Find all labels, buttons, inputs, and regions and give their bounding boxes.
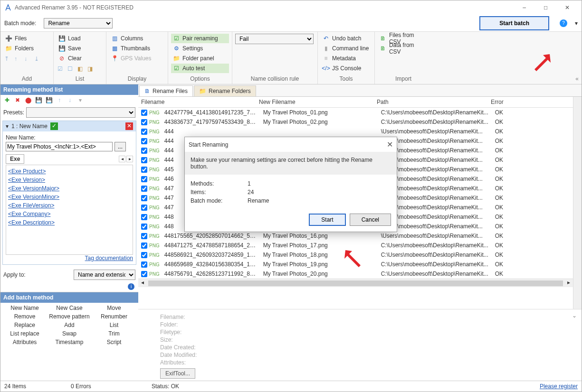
import-data-csv-button[interactable]: 🗎Data from CSV	[378, 44, 429, 53]
row-checkbox[interactable]	[141, 224, 147, 230]
table-row[interactable]: PNG442477794_414138014917235_7049308...M…	[138, 108, 573, 117]
col-error[interactable]: Error	[488, 97, 535, 107]
tab-prev-icon[interactable]: ◂	[119, 156, 125, 162]
check-all-icon[interactable]: ☑	[57, 65, 65, 73]
tab-rename-folders[interactable]: 📁Rename Folders	[194, 85, 256, 96]
addbatch-method[interactable]: Attributes	[3, 339, 46, 345]
row-checkbox[interactable]	[141, 195, 147, 201]
newname-input[interactable]	[6, 142, 113, 151]
row-checkbox[interactable]	[141, 214, 147, 220]
row-checkbox[interactable]	[141, 138, 147, 144]
tab-rename-files[interactable]: 🗎Rename Files	[139, 85, 193, 96]
addbatch-method[interactable]: Trim	[93, 330, 135, 337]
method-remove-icon[interactable]: ✖	[14, 97, 21, 104]
table-row[interactable]: PNG448175565_420528507014662_5509105...M…	[138, 231, 573, 241]
addbatch-method[interactable]: Swap	[48, 330, 91, 337]
tools-cmd-button[interactable]: ▮Command line	[321, 44, 372, 53]
tag-link[interactable]: <Exe Version>	[8, 176, 131, 184]
dialog-cancel-button[interactable]: Cancel	[350, 214, 391, 226]
method-load-icon[interactable]: 💾	[35, 97, 42, 104]
tools-undo-button[interactable]: ↶Undo batch	[321, 34, 372, 43]
tag-tab-exe[interactable]: Exe	[6, 154, 24, 164]
help-icon[interactable]: ?	[560, 19, 567, 27]
applyto-select[interactable]: Name and extension	[74, 270, 135, 280]
addbatch-method[interactable]: Script	[93, 339, 135, 345]
method-down-icon[interactable]: ↓	[66, 97, 74, 104]
method-up-icon[interactable]: ↑	[56, 97, 63, 104]
horizontal-scrollbar[interactable]: ◂▸	[138, 279, 573, 287]
addbatch-method[interactable]: Add	[48, 322, 91, 328]
table-row[interactable]: PNG444\Users\mobeesoft\Desktop\RenameKit…	[138, 127, 573, 136]
addbatch-method[interactable]: Renumber	[93, 313, 135, 320]
dialog-close-icon[interactable]: ✕	[387, 140, 393, 149]
move-down-icon[interactable]: ↓	[24, 56, 31, 63]
row-checkbox[interactable]	[141, 148, 147, 154]
options-folderpanel-button[interactable]: 📁Folder panel	[171, 54, 229, 63]
newname-browse-button[interactable]: ...	[114, 142, 126, 151]
col-path[interactable]: Path	[374, 97, 488, 107]
maximize-button[interactable]: □	[535, 0, 556, 15]
options-autotest-button[interactable]: ☑Auto test	[171, 64, 229, 73]
tag-link[interactable]: <Exe FileVersion>	[8, 201, 131, 210]
register-link[interactable]: Please register	[540, 383, 578, 390]
ribbon-collapse-icon[interactable]: «	[575, 75, 579, 82]
options-settings-button[interactable]: ⚙Settings	[171, 44, 229, 53]
list-save-button[interactable]: 💾Save	[57, 44, 103, 53]
move-up-icon[interactable]: ↑	[14, 56, 21, 63]
collision-select[interactable]: Fail	[235, 34, 314, 44]
add-files-button[interactable]: ➕Files	[3, 34, 50, 43]
list-load-button[interactable]: 💾Load	[57, 34, 103, 43]
close-button[interactable]: ✕	[556, 0, 578, 15]
addbatch-method[interactable]: List replace	[3, 330, 46, 337]
addbatch-method[interactable]: Remove pattern	[48, 313, 91, 320]
invert-check-icon[interactable]: ◧	[77, 65, 85, 73]
row-checkbox[interactable]	[141, 233, 147, 239]
method-enabled-icon[interactable]: ✓	[50, 122, 58, 130]
info-icon[interactable]: i	[128, 283, 134, 290]
row-checkbox[interactable]	[141, 157, 147, 163]
minimize-button[interactable]: –	[514, 0, 535, 15]
row-checkbox[interactable]	[141, 252, 147, 258]
method-close-icon[interactable]: ✕	[125, 122, 133, 130]
tag-link[interactable]: <Exe Company>	[8, 210, 131, 218]
method-save-icon[interactable]: 💾	[45, 97, 53, 104]
start-batch-button[interactable]: Start batch	[479, 16, 549, 30]
tools-js-button[interactable]: </>JS Console	[321, 64, 372, 73]
row-checkbox[interactable]	[141, 186, 147, 192]
col-filename[interactable]: Filename	[138, 97, 256, 107]
exiftool-button[interactable]: ExifTool...	[160, 368, 195, 379]
options-pair-button[interactable]: ☑Pair renaming	[171, 34, 229, 43]
addbatch-method[interactable]: Remove	[3, 313, 46, 320]
row-checkbox[interactable]	[141, 271, 147, 277]
dialog-start-button[interactable]: Start	[309, 214, 345, 226]
vertical-scrollbar[interactable]	[573, 97, 582, 309]
table-row[interactable]: PNG443836737_417975974533439_8053835...M…	[138, 117, 573, 127]
addbatch-method[interactable]: New Name	[3, 305, 46, 311]
list-clear-button[interactable]: ⊘Clear	[57, 54, 103, 63]
tools-meta-button[interactable]: ≡Metadata	[321, 54, 372, 63]
table-row[interactable]: PNG448471275_424788587188654_2153053...M…	[138, 241, 573, 250]
display-gps-button[interactable]: 📍GPS Values	[109, 54, 165, 63]
move-bottom-icon[interactable]: ⤓	[34, 56, 41, 63]
row-checkbox[interactable]	[141, 176, 147, 182]
add-folders-button[interactable]: 📁Folders	[3, 44, 50, 53]
row-checkbox[interactable]	[141, 261, 147, 268]
row-checkbox[interactable]	[141, 129, 147, 135]
tag-link[interactable]: <Exe Product>	[8, 167, 131, 176]
row-checkbox[interactable]	[141, 205, 147, 211]
display-columns-button[interactable]: ▥Columns	[109, 34, 165, 43]
table-row[interactable]: PNG448756791_426285123711992_8259887...M…	[138, 269, 573, 279]
tab-next-icon[interactable]: ▸	[126, 156, 133, 162]
addbatch-method[interactable]: New Case	[48, 305, 91, 311]
presets-select[interactable]	[26, 107, 135, 118]
uncheck-all-icon[interactable]: ☐	[67, 65, 75, 73]
move-top-icon[interactable]: ⤒	[4, 56, 11, 63]
row-checkbox[interactable]	[141, 110, 147, 116]
row-checkbox[interactable]	[141, 119, 147, 125]
row-checkbox[interactable]	[141, 243, 147, 249]
method-record-icon[interactable]: ⬤	[24, 97, 32, 104]
method-caret-icon[interactable]: ▾	[6, 123, 9, 130]
batchmode-select[interactable]: Rename	[44, 18, 113, 28]
addbatch-method[interactable]: Replace	[3, 322, 46, 328]
tag-doc-link[interactable]: Tag documentation	[85, 255, 133, 261]
